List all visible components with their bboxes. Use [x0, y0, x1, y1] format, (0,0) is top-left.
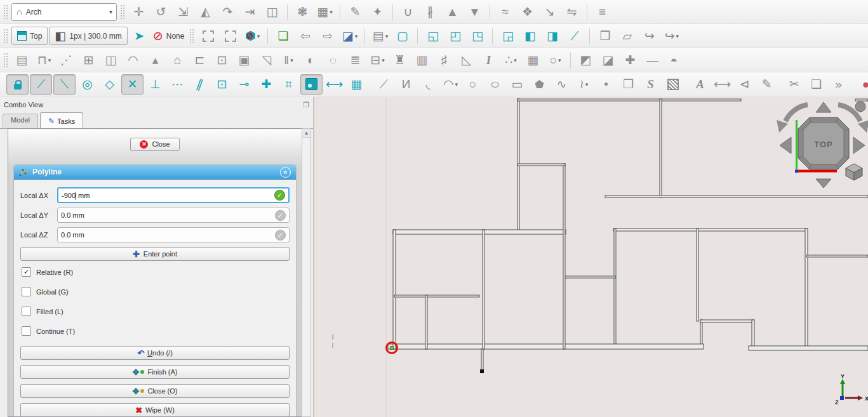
draft-bspline[interactable]: ∿: [551, 75, 572, 94]
tilt-down-arrow[interactable]: [816, 179, 831, 188]
draft-split[interactable]: ∦: [420, 3, 441, 22]
draft-trimex[interactable]: ⇥: [239, 3, 260, 22]
toggle-grid[interactable]: ▦: [346, 75, 367, 94]
draft-dimension[interactable]: ⟷: [712, 75, 733, 94]
select-group[interactable]: [220, 27, 241, 46]
local-dz-input[interactable]: 0.0 mm✓: [57, 227, 290, 242]
draft-slope[interactable]: ↘: [539, 3, 560, 22]
draft-downgrade[interactable]: ▼: [464, 3, 485, 22]
navigation-cube[interactable]: TOP: [773, 98, 868, 194]
snap-angle[interactable]: ◇: [99, 75, 120, 94]
draft-edit[interactable]: ✎: [345, 3, 366, 22]
line-width-style[interactable]: ◧1px | 300.0 mm: [49, 27, 127, 45]
measure-distance[interactable]: ⟋: [564, 27, 585, 46]
draft-facebinder[interactable]: ❐: [618, 75, 639, 94]
view-bottom[interactable]: ◧: [519, 27, 540, 46]
polyline-header[interactable]: Polyline «: [14, 165, 296, 180]
export-options[interactable]: ↪▾: [661, 27, 682, 46]
local-dy-input[interactable]: 0.0 mm✓: [57, 208, 290, 223]
snap-special[interactable]: ⊡: [211, 75, 232, 94]
paste[interactable]: ❑: [806, 75, 827, 94]
arch-cut-plane[interactable]: ◩: [575, 51, 596, 70]
rotate-left-arrow[interactable]: [785, 105, 808, 121]
draft-layer[interactable]: ≡: [592, 3, 613, 22]
collapse-section-icon[interactable]: «: [280, 167, 291, 178]
annotation-styles[interactable]: ✎: [756, 75, 777, 94]
snap-grid[interactable]: ⌗: [278, 75, 299, 94]
snap-perpendicular[interactable]: ⊥: [145, 75, 166, 94]
draft-circle[interactable]: ○: [462, 75, 483, 94]
3d-viewport[interactable]: TOP Y X Z: [314, 97, 868, 417]
arch-curtain-wall[interactable]: ⊞: [78, 51, 99, 70]
arch-equipment[interactable]: ♜: [389, 51, 410, 70]
snap-ortho[interactable]: ✚: [256, 75, 277, 94]
view-rear[interactable]: ◲: [497, 27, 518, 46]
arch-rebar[interactable]: ⋰: [56, 51, 77, 70]
draft-text[interactable]: A: [690, 75, 711, 94]
part-simple-copy[interactable]: ❒: [594, 27, 615, 46]
enter-point-button[interactable]: ✚ Enter point: [20, 247, 290, 261]
arch-fence[interactable]: ♯: [434, 51, 455, 70]
draft-scale[interactable]: ⇲: [173, 3, 194, 22]
tab-model[interactable]: Model: [3, 114, 38, 128]
arch-roof[interactable]: ◹: [256, 51, 277, 70]
arch-schedule[interactable]: ▦: [523, 51, 544, 70]
arch-structure[interactable]: ⊓▾: [34, 51, 55, 70]
snap-intersection[interactable]: ✕: [121, 74, 144, 95]
draft-label[interactable]: ⊲: [734, 75, 755, 94]
draft-shapestring[interactable]: S: [640, 75, 661, 94]
toggle-snap[interactable]: ▾: [242, 27, 263, 46]
close-task-button[interactable]: ✕ Close: [130, 138, 179, 151]
draft-bezier[interactable]: ≀▾: [573, 75, 594, 94]
draft-rectangle[interactable]: ▭: [507, 75, 528, 94]
view-isometric[interactable]: ◪▾: [339, 27, 360, 46]
snap-center[interactable]: ◎: [77, 75, 98, 94]
export[interactable]: ↪: [639, 27, 660, 46]
draft-arc[interactable]: ◠▾: [440, 75, 461, 94]
snap-parallel[interactable]: ∥: [189, 75, 210, 94]
view-right[interactable]: ◳: [467, 27, 488, 46]
float-panel-icon[interactable]: ❐: [303, 101, 309, 109]
arch-panel[interactable]: ⊟▾: [367, 51, 388, 70]
draft-polygon[interactable]: [529, 75, 550, 94]
undo-button[interactable]: ↶Undo (/): [20, 346, 290, 360]
arch-truss[interactable]: ◺: [456, 51, 477, 70]
arch-profile[interactable]: I: [478, 51, 499, 70]
arch-stairs[interactable]: ≣: [345, 51, 366, 70]
snap-lock[interactable]: [6, 74, 29, 95]
local-dx-input[interactable]: -900 mm✓: [57, 187, 290, 203]
draft-clone[interactable]: ❃: [292, 3, 313, 22]
toolbar-overflow[interactable]: »: [828, 75, 849, 94]
apply-style[interactable]: ➤: [129, 27, 150, 46]
nav-sphere-icon[interactable]: [855, 102, 865, 112]
view-front[interactable]: ◱: [422, 27, 443, 46]
arch-building[interactable]: ⌂: [167, 51, 188, 70]
draft-polyline[interactable]: И: [396, 75, 417, 94]
autogroup[interactable]: ⊘None: [151, 27, 187, 46]
tilt-up-arrow[interactable]: [816, 102, 831, 112]
workbench-selector[interactable]: ∩Arch▾: [11, 3, 117, 21]
box-selection[interactable]: ❏: [272, 27, 293, 46]
view-axonometric[interactable]: ▢: [392, 27, 413, 46]
filled-checkbox[interactable]: Filled (L): [22, 307, 290, 316]
arch-level[interactable]: ⊏: [189, 51, 210, 70]
draft-mirror[interactable]: ◭: [195, 3, 216, 22]
close-wire-button[interactable]: ✥Close (O): [20, 384, 290, 398]
arch-window[interactable]: ▣: [234, 51, 255, 70]
draft-ellipse[interactable]: ○: [484, 75, 505, 94]
toolbar-handle[interactable]: [3, 4, 8, 20]
draft-subelement-highlight[interactable]: ✦: [367, 3, 388, 22]
arch-site[interactable]: ▴: [145, 51, 166, 70]
wipe-button[interactable]: ✖Wipe (W): [20, 403, 290, 417]
arch-space[interactable]: ⊡: [211, 51, 232, 70]
relative-checkbox[interactable]: ✓Relative (R): [22, 267, 290, 277]
snap-midpoint[interactable]: ⟍: [53, 74, 76, 95]
draft-hatch[interactable]: [662, 75, 683, 94]
draft-offset[interactable]: ↷: [217, 3, 238, 22]
arch-project[interactable]: ◠: [123, 51, 144, 70]
view-top[interactable]: ◰: [444, 27, 465, 46]
snap-endpoint[interactable]: ⟋: [30, 74, 52, 95]
nav-back[interactable]: ⇦: [295, 27, 316, 46]
arch-cut-line[interactable]: ◪: [598, 51, 618, 70]
draft-array[interactable]: ▦▾: [314, 3, 335, 22]
